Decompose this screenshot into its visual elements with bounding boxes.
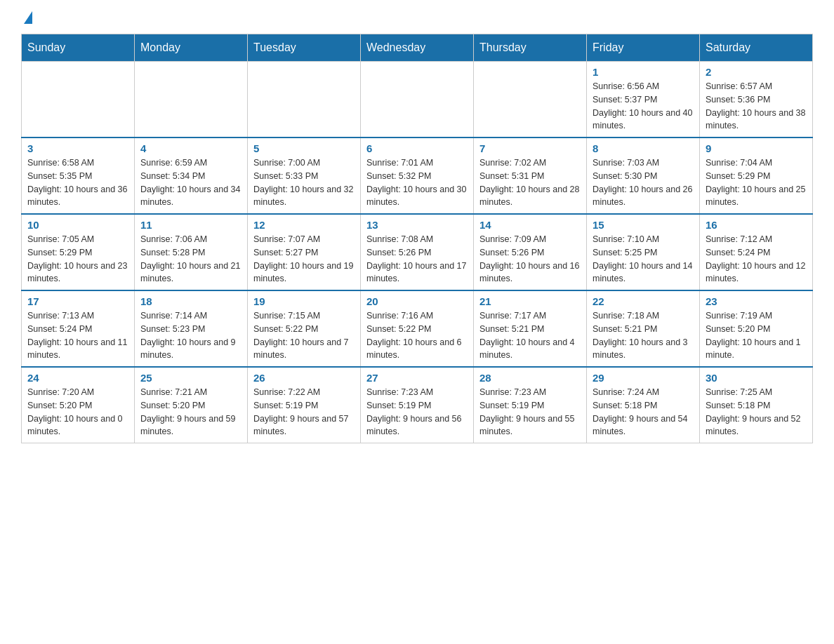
day-info: Sunrise: 7:23 AMSunset: 5:19 PMDaylight:… xyxy=(479,386,581,438)
calendar-cell: 19Sunrise: 7:15 AMSunset: 5:22 PMDayligh… xyxy=(248,290,361,367)
day-number: 26 xyxy=(253,372,355,384)
week-row-1: 1Sunrise: 6:56 AMSunset: 5:37 PMDaylight… xyxy=(22,62,813,138)
day-number: 9 xyxy=(706,142,807,154)
day-number: 22 xyxy=(593,295,694,307)
day-info: Sunrise: 7:08 AMSunset: 5:26 PMDaylight:… xyxy=(366,233,468,286)
calendar-cell: 28Sunrise: 7:23 AMSunset: 5:19 PMDayligh… xyxy=(474,367,587,443)
calendar-cell: 4Sunrise: 6:59 AMSunset: 5:34 PMDaylight… xyxy=(135,137,248,214)
calendar-cell: 11Sunrise: 7:06 AMSunset: 5:28 PMDayligh… xyxy=(135,214,248,290)
week-row-4: 17Sunrise: 7:13 AMSunset: 5:24 PMDayligh… xyxy=(22,290,813,367)
calendar-cell: 9Sunrise: 7:04 AMSunset: 5:29 PMDaylight… xyxy=(700,137,813,214)
calendar-cell: 15Sunrise: 7:10 AMSunset: 5:25 PMDayligh… xyxy=(587,214,700,290)
day-info: Sunrise: 7:17 AMSunset: 5:21 PMDaylight:… xyxy=(479,309,581,362)
week-row-3: 10Sunrise: 7:05 AMSunset: 5:29 PMDayligh… xyxy=(22,214,813,290)
day-info: Sunrise: 7:07 AMSunset: 5:27 PMDaylight:… xyxy=(253,233,355,286)
calendar-cell: 7Sunrise: 7:02 AMSunset: 5:31 PMDaylight… xyxy=(474,137,587,214)
day-info: Sunrise: 6:59 AMSunset: 5:34 PMDaylight:… xyxy=(140,156,241,209)
calendar-cell: 16Sunrise: 7:12 AMSunset: 5:24 PMDayligh… xyxy=(700,214,813,290)
calendar-cell: 24Sunrise: 7:20 AMSunset: 5:20 PMDayligh… xyxy=(22,367,135,443)
calendar-cell xyxy=(22,62,135,138)
day-number: 1 xyxy=(593,66,694,78)
day-number: 14 xyxy=(479,219,581,231)
calendar-cell: 27Sunrise: 7:23 AMSunset: 5:19 PMDayligh… xyxy=(361,367,474,443)
calendar-cell: 3Sunrise: 6:58 AMSunset: 5:35 PMDaylight… xyxy=(22,137,135,214)
calendar-cell: 23Sunrise: 7:19 AMSunset: 5:20 PMDayligh… xyxy=(700,290,813,367)
calendar-cell: 12Sunrise: 7:07 AMSunset: 5:27 PMDayligh… xyxy=(248,214,361,290)
calendar-cell: 25Sunrise: 7:21 AMSunset: 5:20 PMDayligh… xyxy=(135,367,248,443)
weekday-header-friday: Friday xyxy=(587,34,700,62)
calendar-cell xyxy=(474,62,587,138)
day-info: Sunrise: 7:00 AMSunset: 5:33 PMDaylight:… xyxy=(253,156,355,209)
calendar-cell: 2Sunrise: 6:57 AMSunset: 5:36 PMDaylight… xyxy=(700,62,813,138)
calendar-cell: 22Sunrise: 7:18 AMSunset: 5:21 PMDayligh… xyxy=(587,290,700,367)
day-number: 28 xyxy=(479,372,581,384)
day-number: 21 xyxy=(479,295,581,307)
weekday-header-saturday: Saturday xyxy=(700,34,813,62)
day-info: Sunrise: 6:57 AMSunset: 5:36 PMDaylight:… xyxy=(706,80,807,133)
day-number: 17 xyxy=(27,295,128,307)
day-info: Sunrise: 7:02 AMSunset: 5:31 PMDaylight:… xyxy=(479,156,581,209)
day-number: 27 xyxy=(366,372,468,384)
weekday-header-tuesday: Tuesday xyxy=(248,34,361,62)
weekday-header-thursday: Thursday xyxy=(474,34,587,62)
calendar-cell xyxy=(361,62,474,138)
calendar-cell xyxy=(248,62,361,138)
day-info: Sunrise: 7:20 AMSunset: 5:20 PMDaylight:… xyxy=(27,386,128,438)
day-info: Sunrise: 7:24 AMSunset: 5:18 PMDaylight:… xyxy=(593,386,694,438)
calendar-cell: 14Sunrise: 7:09 AMSunset: 5:26 PMDayligh… xyxy=(474,214,587,290)
calendar-cell: 13Sunrise: 7:08 AMSunset: 5:26 PMDayligh… xyxy=(361,214,474,290)
day-info: Sunrise: 7:15 AMSunset: 5:22 PMDaylight:… xyxy=(253,309,355,362)
day-number: 15 xyxy=(593,219,694,231)
header xyxy=(21,14,813,27)
day-number: 20 xyxy=(366,295,468,307)
weekday-header-wednesday: Wednesday xyxy=(361,34,474,62)
logo-triangle-icon xyxy=(24,11,32,24)
day-info: Sunrise: 7:10 AMSunset: 5:25 PMDaylight:… xyxy=(593,233,694,286)
day-number: 6 xyxy=(366,142,468,154)
logo xyxy=(21,14,32,27)
day-number: 8 xyxy=(593,142,694,154)
day-number: 18 xyxy=(140,295,241,307)
week-row-5: 24Sunrise: 7:20 AMSunset: 5:20 PMDayligh… xyxy=(22,367,813,443)
calendar-cell: 6Sunrise: 7:01 AMSunset: 5:32 PMDaylight… xyxy=(361,137,474,214)
day-info: Sunrise: 7:03 AMSunset: 5:30 PMDaylight:… xyxy=(593,156,694,209)
week-row-2: 3Sunrise: 6:58 AMSunset: 5:35 PMDaylight… xyxy=(22,137,813,214)
day-number: 7 xyxy=(479,142,581,154)
calendar-cell: 20Sunrise: 7:16 AMSunset: 5:22 PMDayligh… xyxy=(361,290,474,367)
calendar-cell: 30Sunrise: 7:25 AMSunset: 5:18 PMDayligh… xyxy=(700,367,813,443)
day-number: 19 xyxy=(253,295,355,307)
calendar-cell: 5Sunrise: 7:00 AMSunset: 5:33 PMDaylight… xyxy=(248,137,361,214)
day-number: 5 xyxy=(253,142,355,154)
calendar-cell: 29Sunrise: 7:24 AMSunset: 5:18 PMDayligh… xyxy=(587,367,700,443)
day-info: Sunrise: 7:16 AMSunset: 5:22 PMDaylight:… xyxy=(366,309,468,362)
day-number: 3 xyxy=(27,142,128,154)
day-number: 13 xyxy=(366,219,468,231)
calendar-table: SundayMondayTuesdayWednesdayThursdayFrid… xyxy=(21,34,813,443)
day-info: Sunrise: 7:19 AMSunset: 5:20 PMDaylight:… xyxy=(706,309,807,362)
day-number: 4 xyxy=(140,142,241,154)
day-info: Sunrise: 7:12 AMSunset: 5:24 PMDaylight:… xyxy=(706,233,807,286)
weekday-header-sunday: Sunday xyxy=(22,34,135,62)
day-number: 11 xyxy=(140,219,241,231)
weekday-header-row: SundayMondayTuesdayWednesdayThursdayFrid… xyxy=(22,34,813,62)
day-number: 24 xyxy=(27,372,128,384)
calendar-cell xyxy=(135,62,248,138)
calendar-cell: 8Sunrise: 7:03 AMSunset: 5:30 PMDaylight… xyxy=(587,137,700,214)
day-info: Sunrise: 7:06 AMSunset: 5:28 PMDaylight:… xyxy=(140,233,241,286)
day-info: Sunrise: 7:25 AMSunset: 5:18 PMDaylight:… xyxy=(706,386,807,438)
calendar-cell: 1Sunrise: 6:56 AMSunset: 5:37 PMDaylight… xyxy=(587,62,700,138)
day-number: 25 xyxy=(140,372,241,384)
day-info: Sunrise: 7:22 AMSunset: 5:19 PMDaylight:… xyxy=(253,386,355,438)
day-info: Sunrise: 6:58 AMSunset: 5:35 PMDaylight:… xyxy=(27,156,128,209)
day-number: 30 xyxy=(706,372,807,384)
calendar-cell: 26Sunrise: 7:22 AMSunset: 5:19 PMDayligh… xyxy=(248,367,361,443)
day-info: Sunrise: 7:05 AMSunset: 5:29 PMDaylight:… xyxy=(27,233,128,286)
weekday-header-monday: Monday xyxy=(135,34,248,62)
day-info: Sunrise: 7:13 AMSunset: 5:24 PMDaylight:… xyxy=(27,309,128,362)
day-number: 10 xyxy=(27,219,128,231)
calendar-cell: 21Sunrise: 7:17 AMSunset: 5:21 PMDayligh… xyxy=(474,290,587,367)
calendar-cell: 17Sunrise: 7:13 AMSunset: 5:24 PMDayligh… xyxy=(22,290,135,367)
day-info: Sunrise: 7:18 AMSunset: 5:21 PMDaylight:… xyxy=(593,309,694,362)
day-info: Sunrise: 7:09 AMSunset: 5:26 PMDaylight:… xyxy=(479,233,581,286)
day-info: Sunrise: 7:21 AMSunset: 5:20 PMDaylight:… xyxy=(140,386,241,438)
